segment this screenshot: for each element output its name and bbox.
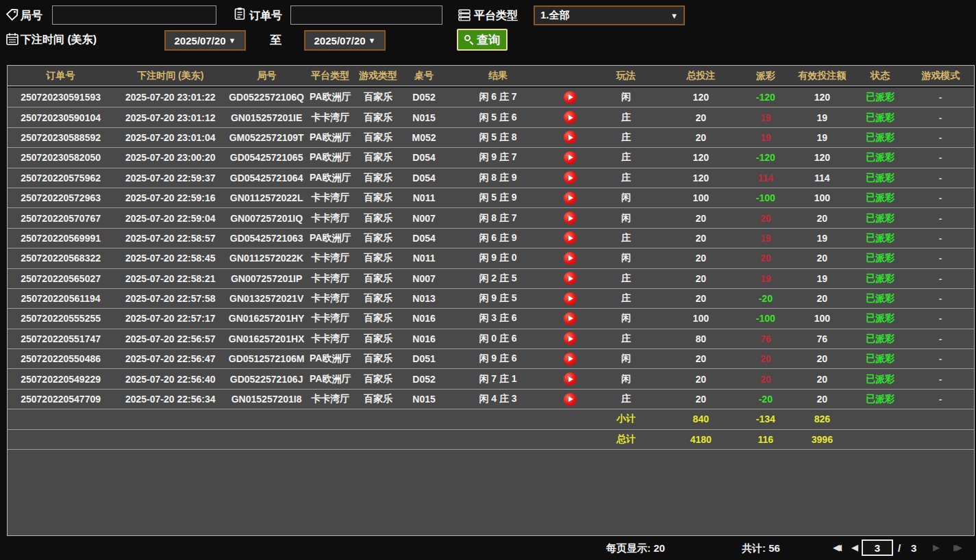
- last-page-icon[interactable]: ▶▶: [953, 542, 962, 552]
- replay-play-icon[interactable]: [564, 292, 577, 305]
- replay-play-icon[interactable]: [564, 111, 577, 124]
- date-to-label: 至: [270, 32, 281, 48]
- cell-mode: -: [908, 313, 974, 324]
- replay-play-icon[interactable]: [564, 252, 577, 265]
- column-header-payout: 派彩: [740, 70, 791, 82]
- play-triangle: [568, 377, 573, 382]
- cell-game: 百家乐: [355, 212, 402, 225]
- cell-table_no: N013: [402, 293, 447, 304]
- cell-total_bet: 20: [662, 213, 740, 224]
- replay-play-icon[interactable]: [564, 212, 577, 225]
- cell-total_bet: 20: [662, 253, 740, 264]
- table-row: 2507202205552552025-07-20 22:57:17GN0162…: [8, 309, 974, 329]
- play-triangle: [568, 276, 573, 281]
- cell-order: 250720230590104: [8, 112, 114, 123]
- replay-play-icon[interactable]: [564, 131, 577, 144]
- table-row: 2507202205504862025-07-20 22:56:47GD0512…: [8, 349, 974, 369]
- cell-valid_bet: 100: [791, 192, 853, 203]
- date-from-picker[interactable]: 2025/07/20 ▼: [164, 30, 246, 51]
- cell-round: GN0112572022K: [227, 253, 306, 264]
- first-page-icon[interactable]: ◀◀: [833, 542, 842, 552]
- cell-status: 已派彩: [853, 172, 908, 184]
- replay-play-icon[interactable]: [564, 372, 577, 385]
- round-label: 局号: [21, 9, 42, 23]
- cell-table_no: N007: [402, 273, 447, 284]
- cell-round: GD0512572106M: [227, 353, 306, 364]
- date-to-picker[interactable]: 2025/07/20 ▼: [304, 30, 386, 51]
- cell-result: 闲 8 庄 7: [447, 212, 550, 225]
- cell-total_bet: 100: [662, 192, 740, 203]
- replay-play-icon[interactable]: [564, 332, 577, 345]
- replay-play-icon[interactable]: [564, 91, 577, 104]
- prev-page-icon[interactable]: ◀: [851, 542, 857, 552]
- cell-total_bet: 120: [662, 173, 740, 183]
- cell-mode: -: [908, 132, 974, 143]
- play-triangle: [568, 336, 573, 342]
- cell-replay: [550, 192, 590, 205]
- round-input[interactable]: [52, 5, 216, 25]
- column-header-platform: 平台类型: [306, 70, 355, 82]
- cell-status: 已派彩: [853, 112, 908, 124]
- replay-play-icon[interactable]: [564, 192, 577, 205]
- cell-platform: PA欧洲厅: [306, 373, 355, 385]
- column-header-mode: 游戏模式: [908, 70, 974, 82]
- cell-round: GN007257201IQ: [227, 213, 306, 224]
- cell-game: 百家乐: [355, 333, 402, 345]
- replay-play-icon[interactable]: [564, 151, 577, 164]
- cell-status: 已派彩: [853, 333, 908, 345]
- platform-type-select[interactable]: 1.全部 ▼: [534, 5, 685, 25]
- cell-valid_bet: 120: [791, 152, 853, 163]
- cell-total_bet: 120: [662, 152, 740, 163]
- cell-replay: [550, 332, 590, 345]
- cell-time: 2025-07-20 22:59:37: [114, 173, 227, 183]
- cell-payout: 19: [740, 112, 791, 123]
- date-to-value: 2025/07/20: [314, 35, 366, 47]
- replay-play-icon[interactable]: [564, 312, 577, 325]
- play-triangle: [568, 94, 573, 100]
- cell-order: 250720230582050: [8, 152, 114, 163]
- cell-play: 庄: [590, 292, 662, 305]
- cell-round: GN015257201IE: [227, 112, 306, 123]
- cell-payout: 76: [740, 333, 791, 344]
- cell-time: 2025-07-20 22:56:57: [114, 333, 227, 344]
- cell-round: GM0522572109T: [227, 132, 306, 143]
- cell-total_bet: 20: [662, 273, 740, 284]
- cell-table_no: M052: [402, 132, 447, 143]
- cell-time: 2025-07-20 22:56:34: [114, 394, 227, 405]
- column-header-status: 状态: [853, 70, 908, 82]
- cell-play: 庄: [590, 112, 662, 124]
- cell-payout: -120: [740, 152, 791, 163]
- cell-platform: 卡卡湾厅: [306, 333, 355, 345]
- cell-valid_bet: 20: [791, 253, 853, 264]
- page-number-input[interactable]: [862, 539, 893, 556]
- order-input[interactable]: [290, 5, 442, 25]
- cell-game: 百家乐: [355, 393, 402, 405]
- replay-play-icon[interactable]: [564, 231, 577, 244]
- table-row: 2507202205707672025-07-20 22:59:04GN0072…: [8, 208, 974, 228]
- search-button[interactable]: 查询: [457, 29, 508, 51]
- replay-play-icon[interactable]: [564, 393, 577, 406]
- column-header-round: 局号: [227, 70, 306, 82]
- cell-order: 250720220570767: [8, 213, 114, 224]
- cell-result: 闲 9 庄 0: [447, 252, 550, 264]
- cell-platform: PA欧洲厅: [306, 232, 355, 244]
- cell-platform: 卡卡湾厅: [306, 252, 355, 264]
- cell-round: GD0522572106Q: [227, 92, 306, 103]
- play-triangle: [568, 115, 573, 120]
- cell-mode: -: [908, 112, 974, 123]
- cell-valid_bet: 19: [791, 112, 853, 123]
- play-triangle: [568, 216, 573, 221]
- replay-play-icon[interactable]: [564, 353, 577, 366]
- replay-play-icon[interactable]: [564, 272, 577, 285]
- next-page-icon[interactable]: ▶: [933, 542, 938, 552]
- cell-mode: -: [908, 353, 974, 364]
- cell-replay: [550, 212, 590, 225]
- cell-table_no: D051: [402, 353, 447, 364]
- cell-order: 250720230591593: [8, 92, 114, 103]
- cell-replay: [550, 231, 590, 244]
- replay-play-icon[interactable]: [564, 171, 577, 184]
- table-row: 2507202205759622025-07-20 22:59:37GD0542…: [8, 168, 974, 188]
- magnifier-icon: [464, 35, 475, 45]
- column-header-total_bet: 总投注: [662, 70, 740, 82]
- table-row: 2507202205611942025-07-20 22:57:58GN0132…: [8, 289, 974, 309]
